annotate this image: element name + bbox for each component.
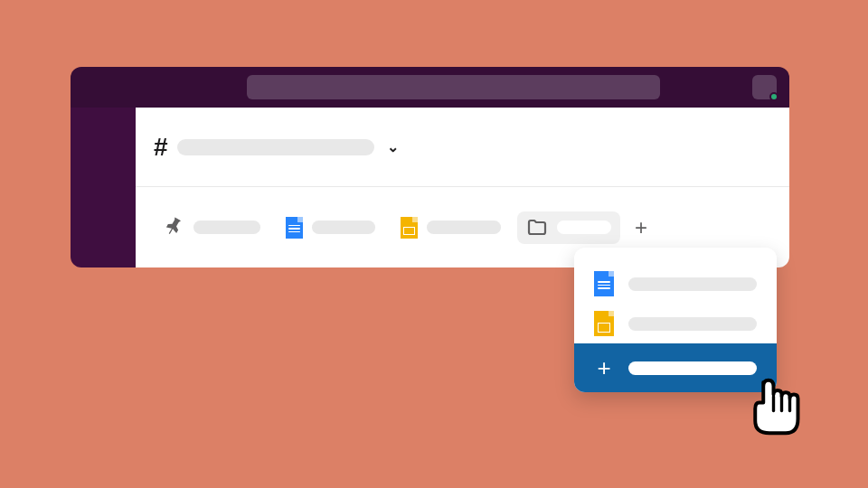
- dropdown-add-label: [628, 361, 757, 375]
- channel-name: [177, 139, 374, 155]
- doc-yellow-icon: [594, 311, 614, 336]
- pin-icon: [165, 216, 184, 239]
- folder-icon: [526, 217, 548, 239]
- plus-icon: +: [594, 356, 614, 380]
- doc-yellow-icon: [401, 217, 418, 239]
- folder-dropdown: +: [574, 248, 777, 392]
- bookmark-pinned[interactable]: [156, 211, 269, 245]
- app-window: # ⌄: [71, 67, 789, 267]
- bookmark-doc-blue[interactable]: [277, 211, 384, 244]
- user-avatar[interactable]: [752, 75, 777, 99]
- main-content: # ⌄: [136, 108, 789, 267]
- bookmark-label: [557, 221, 611, 234]
- bookmark-doc-yellow[interactable]: [392, 211, 510, 244]
- presence-indicator-icon: [769, 92, 778, 101]
- hash-icon: #: [154, 133, 168, 162]
- bookmark-label: [193, 221, 260, 234]
- doc-blue-icon: [594, 271, 614, 296]
- dropdown-add-item[interactable]: +: [574, 343, 777, 392]
- chevron-down-icon: ⌄: [387, 138, 399, 155]
- dropdown-item-label: [628, 277, 757, 291]
- sidebar: [71, 108, 136, 267]
- add-bookmark-button[interactable]: +: [627, 215, 655, 240]
- dropdown-item-doc-yellow[interactable]: [574, 304, 777, 343]
- search-input[interactable]: [247, 75, 660, 99]
- top-bar: [71, 67, 789, 108]
- channel-header[interactable]: # ⌄: [136, 108, 789, 187]
- bookmark-label: [312, 221, 375, 234]
- dropdown-item-label: [628, 317, 757, 331]
- dropdown-item-doc-blue[interactable]: [574, 264, 777, 304]
- doc-blue-icon: [286, 217, 303, 239]
- bookmark-folder[interactable]: [517, 211, 620, 244]
- bookmark-label: [427, 221, 501, 234]
